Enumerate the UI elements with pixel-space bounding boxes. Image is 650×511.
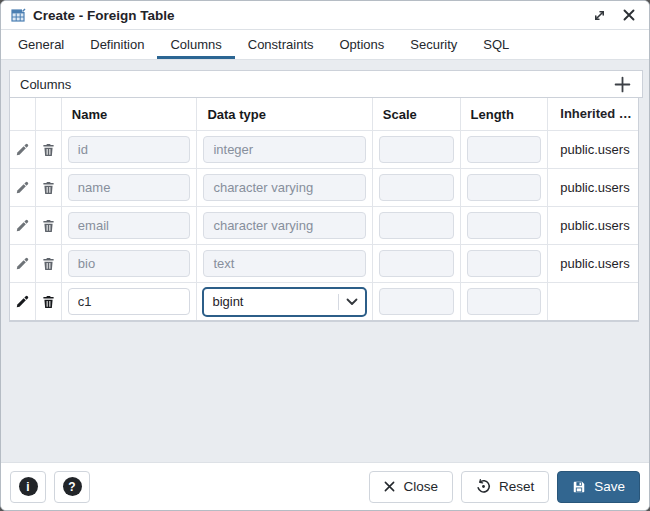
tab-constraints[interactable]: Constraints [235,30,327,59]
scale-cell [373,131,461,168]
delete-row-button[interactable] [36,207,61,244]
data-type-input[interactable] [203,136,365,163]
scale-input[interactable] [379,174,454,201]
scale-input[interactable] [379,212,454,239]
edit-row-cell [10,169,36,206]
info-icon: i [19,477,38,496]
tab-definition[interactable]: Definition [77,30,157,59]
close-button[interactable]: Close [369,471,453,503]
info-button[interactable]: i [10,471,46,503]
delete-row-button[interactable] [36,131,61,168]
length-cell [461,131,549,168]
scale-input[interactable] [379,250,454,277]
delete-row-cell [36,207,62,244]
save-icon [572,480,586,494]
help-button[interactable]: ? [54,471,90,503]
tab-bar: GeneralDefinitionColumnsConstraintsOptio… [1,30,649,60]
table-row: bigint [10,283,638,321]
delete-row-button[interactable] [36,283,61,320]
edit-row-button[interactable] [10,245,35,282]
scale-cell [373,207,461,244]
save-button[interactable]: Save [557,471,640,503]
scale-cell [373,245,461,282]
edit-column-header [10,98,36,130]
table-row: public.users [10,245,638,283]
name-cell [62,131,198,168]
inherited-from-value: public.users [548,131,638,168]
delete-row-button[interactable] [36,245,61,282]
length-cell [461,169,549,206]
maximize-icon[interactable] [591,7,608,24]
scale-cell [373,169,461,206]
close-x-icon [384,481,395,492]
scale-input[interactable] [379,136,454,163]
length-input[interactable] [467,136,542,163]
inherited-from-value: public.users [548,169,638,206]
tab-security[interactable]: Security [397,30,470,59]
title-bar: Create - Foreign Table [1,1,649,30]
dialog-body: Columns Name Data type Scale Length Inhe… [1,60,649,462]
columns-grid: Name Data type Scale Length Inherited Fr… [9,98,639,322]
scale-header: Scale [373,98,461,130]
data-type-input[interactable] [203,174,365,201]
pencil-icon [15,295,29,309]
length-input[interactable] [467,174,542,201]
pencil-icon [15,181,29,195]
grid-header-row: Name Data type Scale Length Inherited Fr… [10,98,638,131]
delete-row-cell [36,131,62,168]
close-button-label: Close [403,479,438,494]
table-row: public.users [10,169,638,207]
inherited-from-value: public.users [548,207,638,244]
tab-columns[interactable]: Columns [157,30,234,59]
column-name-input[interactable] [68,174,191,201]
data-type-input[interactable] [203,212,365,239]
delete-row-button[interactable] [36,169,61,206]
reset-button[interactable]: Reset [461,471,549,503]
pencil-icon [15,143,29,157]
reset-button-label: Reset [499,479,534,494]
scale-input[interactable] [379,288,454,315]
edit-row-cell [10,207,36,244]
name-cell [62,207,198,244]
close-icon[interactable] [621,7,637,23]
tab-general[interactable]: General [5,30,77,59]
dialog-title: Create - Foreign Table [33,8,175,23]
data-type-cell [197,207,372,244]
edit-row-button[interactable] [10,131,35,168]
delete-row-cell [36,169,62,206]
inherited-from-value [548,283,638,320]
pencil-icon [15,257,29,271]
column-name-input[interactable] [68,136,191,163]
inherited-from-header: Inherited From [548,98,638,130]
columns-panel-title: Columns [20,77,71,92]
length-input[interactable] [467,212,542,239]
column-name-input[interactable] [68,288,191,315]
trash-icon [42,257,55,271]
column-name-input[interactable] [68,212,191,239]
data-type-select[interactable]: bigint [202,287,366,317]
data-type-cell [197,131,372,168]
edit-row-button[interactable] [10,283,35,320]
trash-icon [42,181,55,195]
length-input[interactable] [467,288,542,315]
edit-row-cell [10,131,36,168]
tab-options[interactable]: Options [327,30,398,59]
edit-row-button[interactable] [10,169,35,206]
save-button-label: Save [594,479,625,494]
data-type-cell [197,245,372,282]
data-type-header: Data type [197,98,372,130]
add-column-button[interactable] [610,72,634,96]
table-icon [11,8,26,23]
delete-column-header [36,98,62,130]
name-cell [62,245,198,282]
delete-row-cell [36,283,62,320]
length-input[interactable] [467,250,542,277]
edit-row-button[interactable] [10,207,35,244]
tab-sql[interactable]: SQL [470,30,522,59]
length-cell [461,245,549,282]
select-separator [338,294,339,310]
data-type-input[interactable] [203,250,365,277]
name-header: Name [62,98,198,130]
delete-row-cell [36,245,62,282]
column-name-input[interactable] [68,250,191,277]
